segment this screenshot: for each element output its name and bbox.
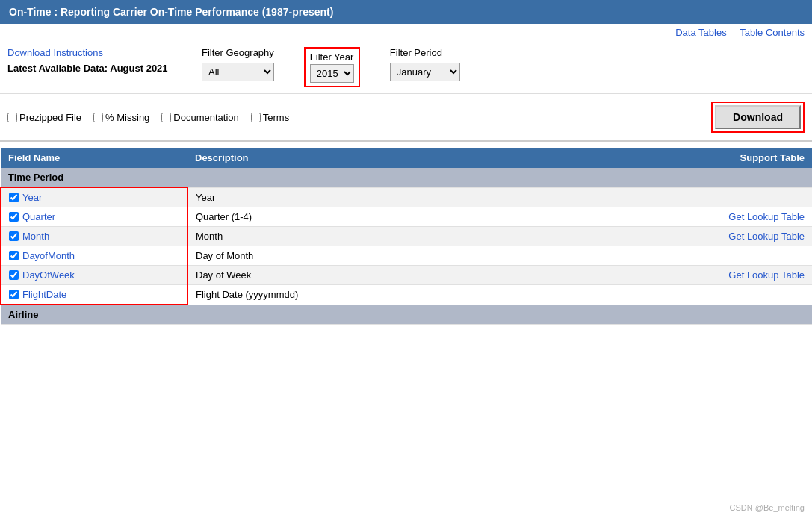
field-checkbox[interactable] (9, 231, 19, 241)
filter-period-select[interactable]: January February March April May June Ju… (390, 63, 460, 81)
terms-checkbox[interactable] (251, 113, 261, 122)
get-lookup-table-link[interactable]: Get Lookup Table (728, 231, 805, 242)
checkboxes-area: Prezipped File % Missing Documentation T… (0, 94, 812, 142)
description-cell: Day of Month (187, 246, 692, 266)
pct-missing-label[interactable]: % Missing (93, 112, 149, 123)
field-name-cell: DayofMonth (1, 246, 187, 266)
field-checkbox[interactable] (9, 251, 19, 260)
documentation-label[interactable]: Documentation (161, 112, 238, 123)
filter-year-label: Filter Year (310, 52, 354, 63)
field-name-cell: DayOfWeek (1, 266, 187, 285)
field-name-cell: Month (1, 227, 187, 246)
col-description: Description (187, 148, 692, 168)
support-table-cell (692, 285, 812, 305)
pct-missing-checkbox[interactable] (93, 113, 103, 122)
support-table-cell (692, 187, 812, 207)
nav-links: Data Tables Table Contents (0, 24, 812, 41)
page-header: On-Time : Reporting Carrier On-Time Perf… (0, 0, 812, 24)
field-checkbox[interactable] (9, 193, 19, 202)
group-header-row: Airline (1, 305, 812, 325)
field-name-text: DayOfWeek (22, 269, 75, 281)
download-button-wrapper: Download (711, 102, 805, 133)
data-table: Field Name Description Support Table Tim… (0, 148, 812, 325)
description-cell: Year (187, 187, 692, 207)
support-table-cell[interactable]: Get Lookup Table (692, 266, 812, 285)
description-cell: Quarter (1-4) (187, 207, 692, 227)
download-button[interactable]: Download (715, 105, 801, 129)
latest-data-label: Latest Available Data: August 2021 (7, 63, 172, 74)
prezipped-file-label[interactable]: Prezipped File (7, 112, 81, 123)
table-row: QuarterQuarter (1-4)Get Lookup Table (1, 207, 812, 227)
field-checkbox[interactable] (9, 270, 19, 280)
documentation-checkbox[interactable] (161, 113, 171, 122)
filter-period-group: Filter Period January February March Apr… (390, 47, 460, 81)
support-table-cell[interactable]: Get Lookup Table (692, 227, 812, 246)
field-checkbox[interactable] (9, 212, 19, 222)
field-name-text: Quarter (22, 211, 55, 222)
filter-geography-label: Filter Geography (202, 47, 274, 58)
filter-period-label: Filter Period (390, 47, 460, 58)
field-name-text: Year (22, 192, 42, 203)
filter-year-wrapper: Filter Year 2015 2016 2017 2018 2019 202… (304, 47, 360, 87)
field-name-cell: FlightDate (1, 285, 187, 305)
col-field-name: Field Name (1, 148, 187, 168)
description-cell: Month (187, 227, 692, 246)
get-lookup-table-link[interactable]: Get Lookup Table (728, 269, 805, 281)
page-title: On-Time : Reporting Carrier On-Time Perf… (9, 6, 333, 18)
table-row: DayOfWeekDay of WeekGet Lookup Table (1, 266, 812, 285)
table-header-row: Field Name Description Support Table (1, 148, 812, 168)
filter-geography-group: Filter Geography All (202, 47, 274, 81)
col-support-table: Support Table (692, 148, 812, 168)
support-table-cell[interactable]: Get Lookup Table (692, 207, 812, 227)
field-name-text: Month (22, 231, 49, 242)
controls-area: Download Instructions Latest Available D… (0, 41, 812, 94)
controls-left: Download Instructions Latest Available D… (7, 47, 172, 74)
table-contents-link[interactable]: Table Contents (740, 27, 805, 38)
data-tables-link[interactable]: Data Tables (675, 27, 726, 38)
field-checkbox[interactable] (9, 290, 19, 299)
table-row: FlightDateFlight Date (yyyymmdd) (1, 285, 812, 305)
description-cell: Flight Date (yyyymmdd) (187, 285, 692, 305)
field-name-cell: Year (1, 187, 187, 207)
group-header-row: Time Period (1, 168, 812, 187)
filter-geography-select[interactable]: All (202, 63, 274, 81)
field-name-cell: Quarter (1, 207, 187, 227)
download-instructions-link[interactable]: Download Instructions (7, 47, 103, 58)
description-cell: Day of Week (187, 266, 692, 285)
prezipped-file-checkbox[interactable] (7, 113, 17, 122)
filter-year-select[interactable]: 2015 2016 2017 2018 2019 2020 2021 (310, 64, 354, 83)
field-name-text: DayofMonth (22, 250, 75, 261)
table-row: YearYear (1, 187, 812, 207)
get-lookup-table-link[interactable]: Get Lookup Table (728, 211, 805, 222)
support-table-cell (692, 246, 812, 266)
table-row: MonthMonthGet Lookup Table (1, 227, 812, 246)
field-name-text: FlightDate (22, 289, 66, 300)
table-row: DayofMonthDay of Month (1, 246, 812, 266)
terms-label[interactable]: Terms (251, 112, 289, 123)
